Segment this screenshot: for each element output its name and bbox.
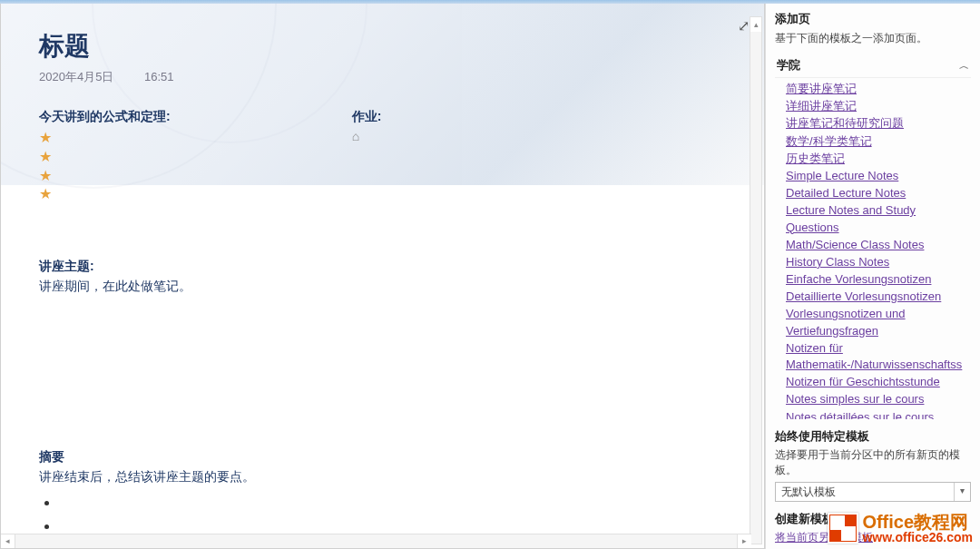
template-link[interactable]: 详细讲座笔记 xyxy=(786,98,971,114)
template-link[interactable]: Lecture Notes and Study Questions xyxy=(786,202,971,235)
template-link[interactable]: Einfache Vorlesungsnotizen xyxy=(786,271,971,288)
time-text[interactable]: 16:51 xyxy=(144,70,174,83)
date-time-row: 2020年4月5日 16:51 xyxy=(39,69,726,85)
template-link[interactable]: 数学/科学类笔记 xyxy=(786,133,971,150)
template-link[interactable]: Detailed Lecture Notes xyxy=(786,185,971,201)
template-link[interactable]: Notizen für Geschichtsstunde xyxy=(786,374,971,390)
star-icon: ★ xyxy=(39,148,171,167)
create-new-heading: 创建新模板 xyxy=(775,511,971,527)
scroll-right-arrow[interactable]: ▸ xyxy=(737,534,751,548)
lecture-topic-section[interactable]: 讲座主题: 讲座期间，在此处做笔记。 xyxy=(39,259,726,295)
formulas-heading: 今天讲到的公式和定理: xyxy=(39,109,171,125)
category-label: 学院 xyxy=(777,57,800,74)
create-new-section: 创建新模板 将当前页另存为模板 xyxy=(775,511,971,545)
star-icon: ★ xyxy=(39,129,171,148)
star-icon: ★ xyxy=(39,167,171,186)
vertical-scrollbar[interactable]: ▴ xyxy=(750,16,762,544)
template-link[interactable]: History Class Notes xyxy=(786,254,971,270)
save-as-template-link[interactable]: 将当前页另存为模板 xyxy=(775,531,873,544)
template-link[interactable]: Simple Lecture Notes xyxy=(786,168,971,184)
scroll-up-arrow[interactable]: ▴ xyxy=(750,17,761,32)
template-link[interactable]: 讲座笔记和待研究问题 xyxy=(786,115,971,132)
template-link[interactable]: 历史类笔记 xyxy=(786,151,971,167)
summary-bullet-list[interactable] xyxy=(59,491,726,537)
star-list: ★ ★ ★ ★ xyxy=(39,129,171,204)
expand-icon[interactable]: ⤢ xyxy=(738,17,750,34)
template-link[interactable]: Detaillierte Vorlesungsnotizen xyxy=(786,289,971,305)
template-list[interactable]: 简要讲座笔记 详细讲座笔记 讲座笔记和待研究问题 数学/科学类笔记 历史类笔记 … xyxy=(775,78,971,419)
template-link[interactable]: Notes simples sur le cours xyxy=(786,391,971,407)
summary-body[interactable]: 讲座结束后，总结该讲座主题的要点。 xyxy=(39,469,726,485)
scroll-left-arrow[interactable]: ◂ xyxy=(1,534,15,548)
formulas-section[interactable]: 今天讲到的公式和定理: ★ ★ ★ ★ xyxy=(39,109,171,204)
page-title[interactable]: 标题 xyxy=(39,29,726,64)
hscroll-track[interactable] xyxy=(15,534,737,548)
summary-section[interactable]: 摘要 讲座结束后，总结该讲座主题的要点。 xyxy=(39,449,726,537)
add-page-heading: 添加页 xyxy=(775,11,971,27)
always-use-section: 始终使用特定模板 选择要用于当前分区中的所有新页的模板。 无默认模板 ▾ xyxy=(775,428,971,502)
date-text[interactable]: 2020年4月5日 xyxy=(39,70,113,83)
add-page-description: 基于下面的模板之一添加页面。 xyxy=(775,31,971,46)
star-icon: ★ xyxy=(39,185,171,204)
always-use-description: 选择要用于当前分区中的所有新页的模板。 xyxy=(775,447,971,478)
homework-heading: 作业: xyxy=(352,109,382,125)
summary-heading: 摘要 xyxy=(39,449,726,466)
template-link[interactable]: Notes détaillées sur le cours xyxy=(786,409,971,419)
horizontal-scrollbar[interactable]: ◂ ▸ xyxy=(1,534,751,548)
templates-panel: 添加页 基于下面的模板之一添加页面。 学院 ︿ 简要讲座笔记 详细讲座笔记 讲座… xyxy=(765,4,980,549)
note-canvas[interactable]: ⤢ ▴ ◂ ▸ 标题 2020年4月5日 16:51 今天讲到的公式和定理: ★… xyxy=(0,4,765,549)
template-link[interactable]: 简要讲座笔记 xyxy=(786,81,971,97)
default-template-select[interactable]: 无默认模板 ▾ xyxy=(775,482,971,502)
home-icon: ⌂ xyxy=(352,129,382,143)
list-item[interactable] xyxy=(59,491,726,515)
always-use-heading: 始终使用特定模板 xyxy=(775,428,971,445)
lecture-topic-heading: 讲座主题: xyxy=(39,259,726,275)
chevron-down-icon[interactable]: ▾ xyxy=(954,483,970,501)
template-link[interactable]: Math/Science Class Notes xyxy=(786,237,971,253)
chevron-up-icon: ︿ xyxy=(959,59,969,73)
template-link[interactable]: Vorlesungsnotizen und Vertiefungsfragen xyxy=(786,306,971,338)
category-header[interactable]: 学院 ︿ xyxy=(775,54,971,78)
lecture-topic-body[interactable]: 讲座期间，在此处做笔记。 xyxy=(39,279,726,295)
homework-section[interactable]: 作业: ⌂ xyxy=(352,109,382,204)
combo-value: 无默认模板 xyxy=(776,483,954,501)
template-link[interactable]: Notizen für Mathematik-/Naturwissenschaf… xyxy=(786,340,971,373)
